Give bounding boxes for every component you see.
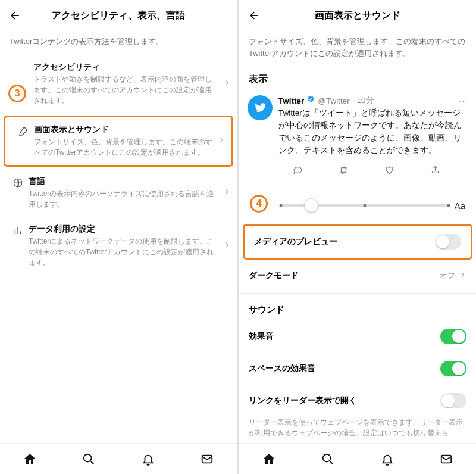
tweet-actions	[239, 160, 476, 182]
globe-icon	[7, 176, 29, 188]
item-title: 画面表示とサウンド	[34, 124, 212, 135]
space-sound-toggle[interactable]	[440, 361, 466, 376]
display-sound-content: 表示 Twitter @Twitter · 10分 ··· Twitterは「ツ…	[239, 66, 476, 443]
aa-label: Aa	[455, 201, 465, 211]
reader-desc: リーダー表示を使ってウェブページを表示できます。リーダー表示が利用できるウェブペ…	[239, 417, 476, 442]
tweet-body: Twitterは「ツイート」と呼ばれる短いメッセージが中心の情報ネットワークです…	[278, 107, 468, 157]
item-title: アクセシビリティ	[33, 62, 218, 73]
dark-mode-value: オフ	[440, 270, 455, 281]
row-label: メディアのプレビュー	[254, 236, 337, 247]
item-desc: フォントサイズ、色、背景を管理します。この端末のすべてのTwitterアカウント…	[34, 136, 212, 158]
search-icon[interactable]	[81, 451, 96, 467]
reply-icon[interactable]	[292, 164, 304, 176]
chevron-right-icon	[223, 241, 231, 251]
annotation-badge-3: 3	[8, 85, 26, 102]
section-title-sound: サウンド	[239, 297, 476, 320]
header: 画面表示とサウンド	[239, 0, 476, 31]
font-size-slider[interactable]	[281, 204, 449, 207]
row-sound-effect[interactable]: 効果音	[239, 320, 476, 353]
page-subtitle: フォントサイズ、色、背景を管理します。この端末のすべてのTwitterアカウント…	[239, 31, 476, 66]
bottom-nav	[239, 443, 476, 474]
verified-icon	[306, 95, 315, 106]
more-icon[interactable]: ···	[459, 96, 468, 105]
settings-list: 3 アクセシビリティ トラストや動きを制限するなど、表示内容の面を管理します。こ…	[0, 55, 237, 444]
like-icon[interactable]	[384, 164, 396, 176]
settings-item-data-usage[interactable]: データ利用の設定 Twitterによるネットワークデータの使用を制限します。この…	[0, 217, 237, 275]
row-dark-mode[interactable]: ダークモード オフ	[239, 262, 476, 289]
settings-accessibility-screen: アクセシビリティ、表示、言語 Twitterコンテンツの表示方法を管理します。 …	[0, 0, 237, 474]
chevron-right-icon	[459, 271, 466, 280]
chevron-right-icon	[217, 136, 226, 146]
retweet-icon[interactable]	[338, 164, 350, 176]
svg-point-3	[323, 454, 331, 461]
highlight-media-preview: メディアのプレビュー	[243, 224, 472, 260]
media-preview-toggle[interactable]	[435, 234, 461, 250]
item-desc: Twitterによるネットワークデータの使用を制限します。この端末のすべてのTw…	[29, 236, 218, 268]
mail-icon[interactable]	[199, 451, 215, 467]
svg-point-1	[84, 454, 92, 461]
bell-icon[interactable]	[140, 451, 156, 467]
bottom-nav	[0, 443, 237, 474]
item-desc: Twitterの表示内容のパーソナライズに使用される言語を適用します。	[29, 188, 218, 210]
item-desc: トラストや動きを制限するなど、表示内容の面を管理します。この端末のすべてのアカウ…	[33, 74, 218, 106]
page-subtitle: Twitterコンテンツの表示方法を管理します。	[0, 31, 237, 55]
item-title: 言語	[29, 176, 218, 187]
home-icon[interactable]	[22, 451, 37, 467]
tweet-author-name: Twitter	[278, 96, 304, 105]
page-title: アクセシビリティ、表示、言語	[0, 10, 237, 22]
item-title: データ利用の設定	[29, 224, 218, 235]
row-reader-link[interactable]: リンクをリーダー表示で開く	[239, 385, 476, 417]
header: アクセシビリティ、表示、言語	[0, 0, 237, 31]
share-icon[interactable]	[430, 164, 441, 176]
row-space-sound[interactable]: スペースの効果音	[239, 353, 476, 385]
settings-item-accessibility[interactable]: アクセシビリティ トラストや動きを制限するなど、表示内容の面を管理します。この端…	[0, 55, 237, 113]
sound-effect-toggle[interactable]	[440, 329, 466, 344]
row-label: スペースの効果音	[249, 363, 315, 374]
page-title: 画面表示とサウンド	[239, 10, 476, 22]
tweet-time: 10分	[356, 95, 374, 106]
back-button[interactable]	[246, 7, 263, 24]
settings-item-display-sound[interactable]: 画面表示とサウンド フォントサイズ、色、背景を管理します。この端末のすべてのTw…	[5, 117, 231, 165]
sample-tweet: Twitter @Twitter · 10分 ··· Twitterは「ツイート…	[239, 91, 476, 160]
row-label: リンクをリーダー表示で開く	[249, 395, 357, 406]
row-label: 効果音	[249, 331, 274, 342]
font-size-slider-row: Aa	[239, 190, 476, 222]
home-icon[interactable]	[261, 451, 277, 467]
twitter-avatar	[248, 95, 273, 120]
back-button[interactable]	[7, 7, 24, 24]
chevron-right-icon	[223, 79, 231, 89]
display-sound-screen: 画面表示とサウンド フォントサイズ、色、背景を管理します。この端末のすべてのTw…	[239, 0, 476, 474]
highlight-display-sound: 画面表示とサウンド フォントサイズ、色、背景を管理します。この端末のすべてのTw…	[4, 116, 233, 167]
bell-icon[interactable]	[380, 451, 395, 467]
reader-link-toggle[interactable]	[440, 393, 466, 408]
settings-item-language[interactable]: 言語 Twitterの表示内容のパーソナライズに使用される言語を適用します。	[0, 169, 237, 217]
row-label: ダークモード	[249, 270, 299, 281]
brush-icon	[12, 124, 34, 136]
annotation-badge-4: 4	[250, 195, 268, 213]
tweet-handle: @Twitter	[318, 96, 349, 105]
bar-chart-icon	[7, 224, 29, 236]
chevron-right-icon	[223, 188, 231, 198]
search-icon[interactable]	[320, 451, 336, 467]
mail-icon[interactable]	[439, 451, 454, 467]
row-media-preview[interactable]: メディアのプレビュー	[245, 226, 471, 258]
section-title-display: 表示	[239, 66, 476, 91]
